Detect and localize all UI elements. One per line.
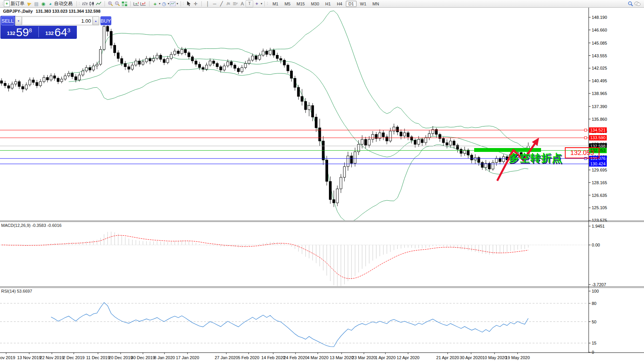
shapes-icon[interactable]: ✦ bbox=[253, 1, 260, 7]
svg-text:30 Dec 2019: 30 Dec 2019 bbox=[131, 355, 155, 360]
svg-text:123.575: 123.575 bbox=[592, 218, 607, 223]
svg-text:27 Jan 2020: 27 Jan 2020 bbox=[215, 355, 238, 360]
templates-icon[interactable] bbox=[169, 1, 176, 7]
timeframe-button-w1[interactable]: W1 bbox=[357, 1, 369, 7]
svg-text:22 Nov 2019: 22 Nov 2019 bbox=[40, 355, 64, 360]
publish-icon[interactable]: ▤ bbox=[33, 1, 40, 7]
timeframe-button-m1[interactable]: M1 bbox=[270, 1, 281, 7]
shapes-dropdown-caret[interactable]: ▾ bbox=[261, 2, 262, 5]
svg-text:142.025: 142.025 bbox=[592, 66, 607, 70]
svg-text:1 Apr 2020: 1 Apr 2020 bbox=[375, 355, 395, 360]
svg-text:0.00: 0.00 bbox=[592, 243, 600, 247]
svg-text:Nov 2019: Nov 2019 bbox=[0, 355, 15, 360]
ohlc-values: 131.383 133.023 131.364 132.598 bbox=[36, 9, 100, 13]
fibonacci-icon[interactable]: ☰F bbox=[232, 1, 239, 7]
svg-text:8 Jan 2020: 8 Jan 2020 bbox=[154, 355, 175, 360]
svg-text:24 Feb 2020: 24 Feb 2020 bbox=[284, 355, 307, 360]
new-order-label[interactable]: 新订单 bbox=[11, 0, 25, 7]
timeframe-button-m30[interactable]: M30 bbox=[308, 1, 322, 7]
svg-text:13 Nov 2019: 13 Nov 2019 bbox=[17, 355, 41, 360]
label-tool-icon[interactable]: T bbox=[246, 0, 253, 7]
chart-shift-icon[interactable] bbox=[140, 1, 147, 7]
search-icon[interactable] bbox=[627, 1, 634, 7]
volume-input[interactable] bbox=[22, 17, 93, 25]
horizontal-line-icon[interactable]: ─ bbox=[211, 1, 218, 7]
svg-text:125.105: 125.105 bbox=[592, 205, 607, 210]
timeframe-button-h4[interactable]: H4 bbox=[334, 1, 345, 7]
rsi-pane-label: RSI(14) 53.6697 bbox=[1, 289, 32, 293]
indicators-icon[interactable]: ＋ bbox=[152, 1, 159, 7]
text-tool-icon[interactable]: A bbox=[239, 1, 246, 7]
sell-button[interactable]: SELL bbox=[1, 16, 14, 25]
price-chart[interactable]: 148.190146.660145.085143.555142.025140.4… bbox=[0, 0, 644, 363]
svg-text:50: 50 bbox=[592, 320, 596, 324]
svg-text:20 Dec 2019: 20 Dec 2019 bbox=[109, 355, 133, 360]
support-price-callout[interactable]: 132.053 bbox=[565, 147, 599, 158]
buy-button[interactable]: BUY bbox=[100, 16, 111, 25]
timeframe-button-mn[interactable]: MN bbox=[370, 1, 382, 7]
vertical-line-icon[interactable]: │ bbox=[204, 1, 211, 7]
svg-text:80: 80 bbox=[592, 301, 596, 306]
svg-text:100: 100 bbox=[592, 289, 599, 293]
zoom-out-icon[interactable] bbox=[114, 1, 121, 7]
svg-text:4 Mar 2020: 4 Mar 2020 bbox=[307, 355, 329, 360]
periods-icon[interactable]: ◷ bbox=[161, 1, 168, 7]
svg-text:12 Apr 2020: 12 Apr 2020 bbox=[397, 355, 419, 360]
timeframe-button-d1[interactable]: D1 bbox=[346, 1, 357, 7]
svg-text:15: 15 bbox=[592, 341, 596, 345]
svg-text:140.495: 140.495 bbox=[592, 78, 607, 83]
svg-text:148.190: 148.190 bbox=[592, 15, 607, 20]
svg-text:21 Apr 2020: 21 Apr 2020 bbox=[436, 355, 459, 360]
sell-price[interactable]: 132598 bbox=[0, 26, 38, 38]
chat-icon[interactable] bbox=[634, 1, 641, 7]
svg-text:5 Feb 2020: 5 Feb 2020 bbox=[238, 355, 259, 360]
svg-text:30 Apr 2020: 30 Apr 2020 bbox=[460, 355, 482, 360]
svg-text:14 Feb 2020: 14 Feb 2020 bbox=[261, 355, 285, 360]
auto-scroll-icon[interactable] bbox=[133, 1, 140, 7]
svg-text:135.860: 135.860 bbox=[592, 117, 607, 122]
turning-point-annotation: 多空转折点 bbox=[509, 151, 563, 165]
timeframe-button-m5[interactable]: M5 bbox=[282, 1, 293, 7]
crosshair-icon[interactable]: ✛ bbox=[192, 1, 199, 7]
svg-text:17 Jan 2020: 17 Jan 2020 bbox=[176, 355, 199, 360]
volume-increase-button[interactable]: ▲ bbox=[93, 17, 99, 25]
one-click-trading-panel: SELL ▼ ▲ BUY 132598 132643 bbox=[0, 16, 77, 39]
signals-icon[interactable]: ◉ bbox=[40, 1, 47, 7]
svg-text:0: 0 bbox=[592, 350, 594, 355]
candlestick-chart-icon[interactable] bbox=[88, 1, 95, 7]
svg-text:134.521: 134.521 bbox=[590, 128, 606, 132]
indicators-dropdown-caret[interactable]: ▾ bbox=[159, 2, 161, 5]
svg-text:13 Mar 2020: 13 Mar 2020 bbox=[330, 355, 354, 360]
timeframe-button-h1[interactable]: H1 bbox=[323, 1, 334, 7]
periods-dropdown-caret[interactable]: ▾ bbox=[168, 2, 169, 5]
autotrading-icon[interactable]: ◕ bbox=[47, 1, 54, 7]
volume-decrease-button[interactable]: ▼ bbox=[15, 17, 22, 25]
auto-trading-label[interactable]: 自动交易 bbox=[54, 0, 73, 7]
new-order-button[interactable]: + bbox=[3, 1, 10, 7]
symbol-period-label: GBPJPY-,Daily bbox=[3, 9, 33, 13]
trendline-icon[interactable]: ╱ bbox=[218, 1, 225, 7]
svg-text:137.390: 137.390 bbox=[592, 104, 607, 109]
templates-dropdown-caret[interactable]: ▾ bbox=[177, 2, 178, 5]
svg-text:-3.7207: -3.7207 bbox=[592, 282, 606, 287]
svg-text:10 May 2020: 10 May 2020 bbox=[482, 355, 507, 360]
equidistant-channel-icon[interactable]: ⫽E bbox=[225, 1, 232, 7]
chart-ohlc-title: GBPJPY-,Daily131.383 133.023 131.364 132… bbox=[3, 9, 100, 13]
tile-windows-icon[interactable] bbox=[121, 1, 128, 7]
svg-text:11 Dec 2019: 11 Dec 2019 bbox=[86, 355, 110, 360]
macd-pane-label: MACD(12,26,9) -0.3583 -0.6016 bbox=[1, 223, 61, 228]
svg-text:1.9451: 1.9451 bbox=[592, 224, 605, 228]
svg-text:130.424: 130.424 bbox=[590, 162, 606, 166]
buy-price[interactable]: 132643 bbox=[39, 26, 77, 38]
line-chart-icon[interactable] bbox=[95, 1, 102, 7]
cursor-icon[interactable] bbox=[185, 1, 192, 7]
sound-icon[interactable] bbox=[26, 1, 33, 7]
zoom-in-icon[interactable] bbox=[107, 1, 114, 7]
timeframe-button-m15[interactable]: M15 bbox=[294, 1, 307, 7]
svg-text:143.555: 143.555 bbox=[592, 53, 607, 58]
svg-text:19 May 2020: 19 May 2020 bbox=[505, 355, 530, 360]
bar-chart-icon[interactable] bbox=[81, 1, 88, 7]
svg-text:145.085: 145.085 bbox=[592, 41, 607, 45]
svg-text:2 Dec 2019: 2 Dec 2019 bbox=[63, 355, 85, 360]
svg-text:146.660: 146.660 bbox=[592, 28, 607, 32]
